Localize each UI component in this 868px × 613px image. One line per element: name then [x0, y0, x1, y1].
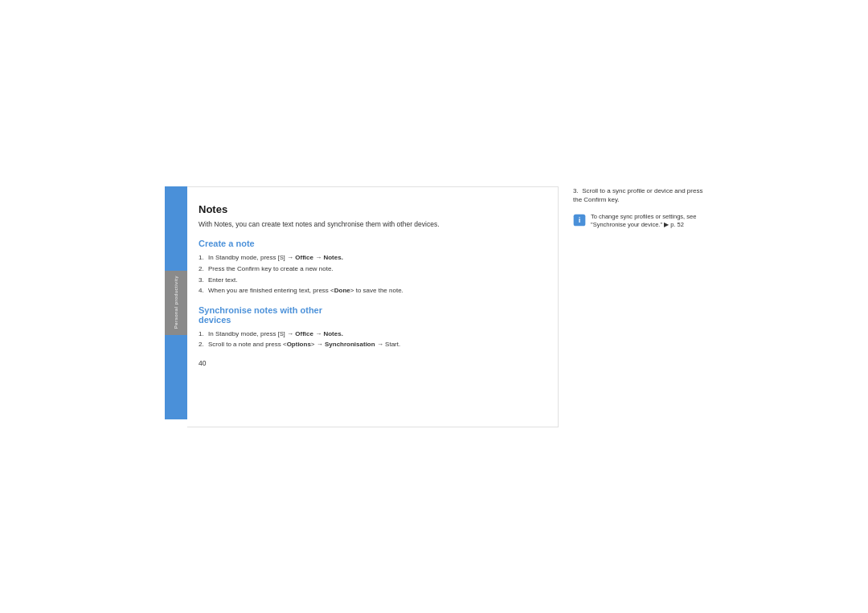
- sidebar-tab-text: Personal productivity: [174, 276, 178, 329]
- list-item: 1. In Standby mode, press [S] → Office →…: [199, 329, 543, 339]
- blue-sidebar: Personal productivity: [165, 186, 187, 419]
- doc-content: Notes With Notes, you can create text no…: [187, 186, 559, 427]
- page-number: 40: [199, 359, 543, 367]
- list-item: 2. Scroll to a note and press <Options> …: [199, 340, 543, 349]
- create-note-list: 1. In Standby mode, press [S] → Office →…: [199, 253, 543, 295]
- right-step-3: 3. Scroll to a sync profile or device an…: [573, 186, 703, 205]
- list-item: 1. In Standby mode, press [S] → Office →…: [199, 253, 543, 263]
- main-section-intro: With Notes, you can create text notes an…: [199, 220, 543, 230]
- list-item: 2. Press the Confirm key to create a new…: [199, 264, 543, 274]
- info-icon: i: [573, 214, 586, 227]
- create-note-heading: Create a note: [199, 239, 543, 248]
- info-text: To change sync profiles or settings, see…: [591, 213, 703, 230]
- main-section-title: Notes: [199, 203, 543, 215]
- info-box: i To change sync profiles or settings, s…: [573, 213, 703, 230]
- sync-note-list: 1. In Standby mode, press [S] → Office →…: [199, 329, 543, 349]
- svg-text:i: i: [579, 216, 581, 224]
- list-item: 3. Enter text.: [199, 276, 543, 285]
- sync-heading: Synchronise notes with other devices: [199, 305, 543, 325]
- page: Personal productivity Notes With Notes, …: [0, 0, 868, 613]
- sidebar-tab: Personal productivity: [165, 271, 187, 335]
- list-item: 4. When you are finished entering text, …: [199, 286, 543, 296]
- right-column: 3. Scroll to a sync profile or device an…: [559, 186, 703, 427]
